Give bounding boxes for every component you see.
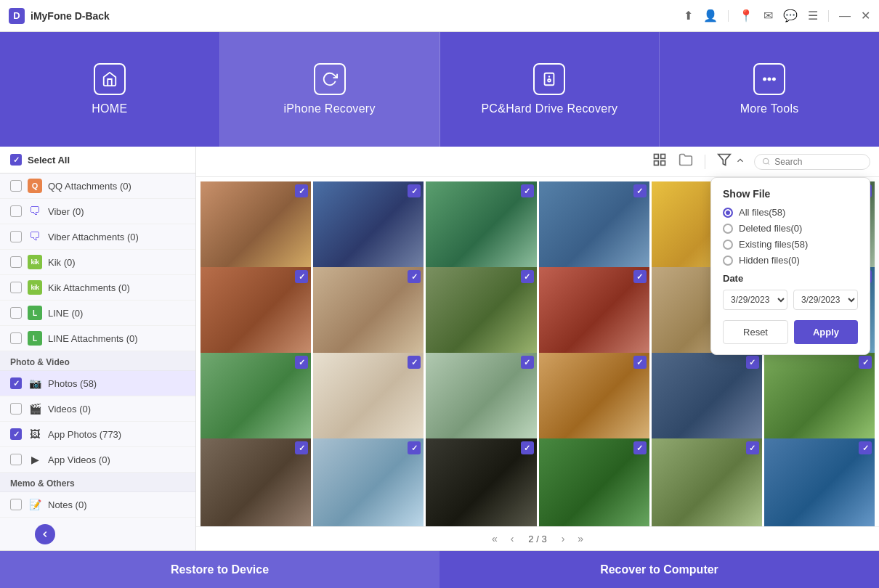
svg-point-4 xyxy=(769,78,771,81)
mail-icon[interactable]: ✉ xyxy=(763,9,773,23)
photo-cell[interactable] xyxy=(539,438,649,526)
qq-checkbox[interactable] xyxy=(10,180,22,192)
footer: Restore to Device Recover to Computer xyxy=(0,550,879,588)
filter-button[interactable] xyxy=(714,150,748,173)
filter-existing-files[interactable]: Existing files(58) xyxy=(723,239,858,250)
filter-title: Show File xyxy=(723,188,858,200)
nav-pc-label: PC&Hard Drive Recovery xyxy=(481,102,617,115)
home-icon xyxy=(94,63,126,95)
radio-existing-files[interactable] xyxy=(723,240,733,250)
sidebar-item-qq-attachments[interactable]: Q QQ Attachments (0) xyxy=(0,173,195,199)
photo-check xyxy=(295,356,308,369)
photo-check xyxy=(521,441,534,454)
prev-page-button[interactable]: ‹ xyxy=(506,531,519,546)
sidebar-item-line-attachments[interactable]: L LINE Attachments (0) xyxy=(0,326,195,351)
nav-more-tools-label: More Tools xyxy=(740,102,799,115)
photo-check xyxy=(408,441,421,454)
nav-pc-hard-drive[interactable]: PC&Hard Drive Recovery xyxy=(440,32,660,147)
sidebar-item-viber[interactable]: 🗨 Viber (0) xyxy=(0,199,195,224)
memo-others-section: Memo & Others xyxy=(0,473,195,492)
sidebar-collapse-button[interactable] xyxy=(35,524,55,544)
close-icon[interactable]: ✕ xyxy=(861,9,870,23)
sidebar-item-label: App Videos (0) xyxy=(48,454,185,465)
photo-cell[interactable] xyxy=(652,438,762,526)
nav-iphone-recovery[interactable]: iPhone Recovery xyxy=(220,32,440,147)
share-icon[interactable]: ⬆ xyxy=(684,9,693,23)
grid-view-button[interactable] xyxy=(649,150,670,173)
sidebar-item-videos[interactable]: 🎬 Videos (0) xyxy=(0,396,195,422)
photo-check xyxy=(746,441,759,454)
select-all-row[interactable]: Select All xyxy=(0,147,195,173)
more-tools-icon xyxy=(753,63,785,95)
photo-check xyxy=(295,270,308,283)
photos-checkbox[interactable] xyxy=(10,377,22,389)
photos-icon: 📷 xyxy=(28,376,42,391)
sidebar: Select All Q QQ Attachments (0) 🗨 Viber … xyxy=(0,147,196,550)
sidebar-item-app-videos[interactable]: ▶ App Videos (0) xyxy=(0,447,195,473)
sidebar-item-kik-attachments[interactable]: kik Kik Attachments (0) xyxy=(0,275,195,301)
sidebar-item-line[interactable]: L LINE (0) xyxy=(0,301,195,326)
photo-check xyxy=(408,270,421,283)
app-title: iMyFone D-Back xyxy=(31,10,110,22)
search-box[interactable] xyxy=(754,154,870,170)
sidebar-item-viber-attachments[interactable]: 🗨 Viber Attachments (0) xyxy=(0,224,195,250)
sidebar-item-notes[interactable]: 📝 Notes (0) xyxy=(0,492,195,518)
search-input[interactable] xyxy=(774,157,862,167)
content-area: Show File All files(58) Deleted files(0)… xyxy=(196,147,879,550)
user-icon[interactable]: 👤 xyxy=(703,9,718,23)
line-att-checkbox[interactable] xyxy=(10,332,22,344)
photo-cell[interactable] xyxy=(313,438,424,526)
svg-point-5 xyxy=(773,78,775,81)
sidebar-item-app-photos[interactable]: 🖼 App Photos (773) xyxy=(0,422,195,447)
folder-view-button[interactable] xyxy=(676,150,696,173)
apply-button[interactable]: Apply xyxy=(794,320,858,344)
radio-all-files[interactable] xyxy=(723,208,733,218)
location-icon[interactable]: 📍 xyxy=(739,9,753,23)
chat-icon[interactable]: 💬 xyxy=(783,9,798,23)
kik-checkbox[interactable] xyxy=(10,256,22,268)
svg-marker-10 xyxy=(718,155,731,166)
minimize-icon[interactable]: — xyxy=(839,9,851,23)
reset-button[interactable]: Reset xyxy=(723,320,788,344)
videos-checkbox[interactable] xyxy=(10,403,22,415)
photo-cell[interactable] xyxy=(200,438,311,526)
date-to-select[interactable]: 3/29/2023 xyxy=(793,290,858,310)
restore-to-device-button[interactable]: Restore to Device xyxy=(0,551,440,588)
filter-deleted-files[interactable]: Deleted files(0) xyxy=(723,223,858,234)
kik-att-checkbox[interactable] xyxy=(10,282,22,293)
recover-to-computer-button[interactable]: Recover to Computer xyxy=(440,551,879,588)
app-photos-checkbox[interactable] xyxy=(10,428,22,440)
date-from-select[interactable]: 3/29/2023 xyxy=(723,290,787,310)
separator xyxy=(728,10,729,22)
select-all-checkbox[interactable] xyxy=(10,154,22,166)
app-logo: D xyxy=(9,8,25,24)
kik-att-icon: kik xyxy=(28,280,42,295)
navbar: HOME iPhone Recovery PC&Hard Drive Recov… xyxy=(0,32,879,147)
photo-check xyxy=(521,270,534,283)
sidebar-item-photos[interactable]: 📷 Photos (58) xyxy=(0,371,195,396)
filter-all-files[interactable]: All files(58) xyxy=(723,207,858,218)
viber-checkbox[interactable] xyxy=(10,205,22,217)
app-videos-checkbox[interactable] xyxy=(10,454,22,465)
qq-icon: Q xyxy=(28,179,42,193)
radio-hidden-files[interactable] xyxy=(723,256,733,266)
photo-check xyxy=(633,270,647,283)
filter-hidden-files[interactable]: Hidden files(0) xyxy=(723,255,858,266)
menu-icon[interactable]: ☰ xyxy=(808,9,818,23)
photo-cell[interactable] xyxy=(426,438,536,526)
svg-rect-7 xyxy=(661,155,665,159)
line-checkbox[interactable] xyxy=(10,307,22,319)
nav-home[interactable]: HOME xyxy=(0,32,220,147)
sidebar-item-kik[interactable]: kik Kik (0) xyxy=(0,250,195,275)
line-att-icon: L xyxy=(28,331,42,346)
viber-att-checkbox[interactable] xyxy=(10,231,22,242)
first-page-button[interactable]: « xyxy=(487,531,502,546)
radio-deleted-files[interactable] xyxy=(723,224,733,234)
next-page-button[interactable]: › xyxy=(557,531,570,546)
photo-check xyxy=(633,356,647,369)
nav-more-tools[interactable]: More Tools xyxy=(660,32,879,147)
photo-cell[interactable] xyxy=(764,438,875,526)
last-page-button[interactable]: » xyxy=(573,531,588,546)
notes-checkbox[interactable] xyxy=(10,499,22,510)
photo-check xyxy=(633,184,647,197)
